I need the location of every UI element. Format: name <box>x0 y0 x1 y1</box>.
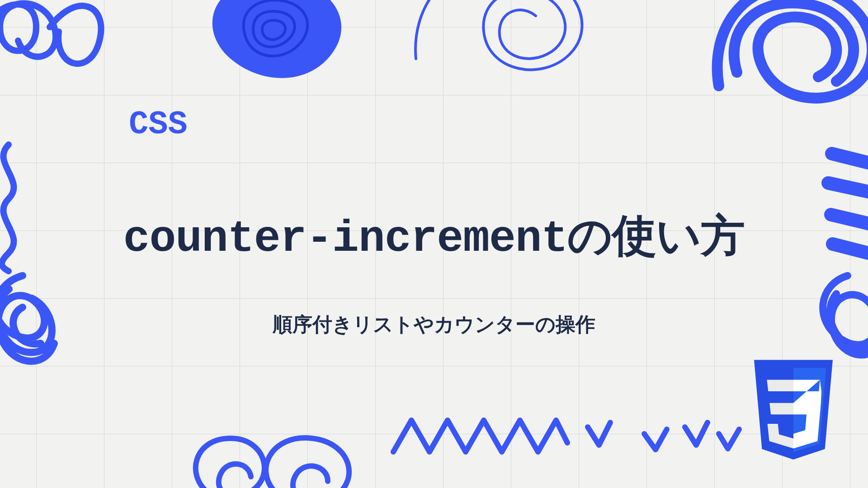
page-title: counter-incrementの使い方 <box>123 206 745 266</box>
content-area: counter-incrementの使い方 順序付きリストやカウンターの操作 <box>0 0 868 488</box>
css3-logo-icon <box>746 360 841 470</box>
page-subtitle: 順序付きリストやカウンターの操作 <box>273 311 595 338</box>
